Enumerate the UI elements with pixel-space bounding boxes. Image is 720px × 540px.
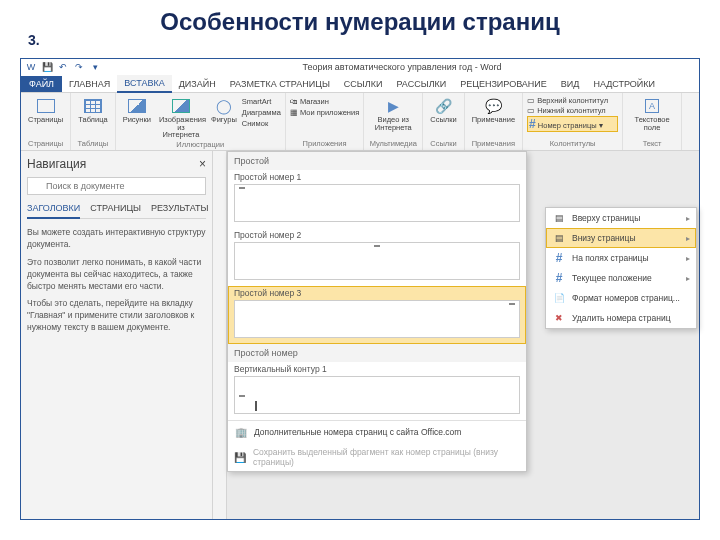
pm-margin[interactable]: # На полях страницы▸ [546, 248, 696, 268]
nav-search-input[interactable] [27, 177, 206, 195]
chart-button[interactable]: Диаграмма [242, 108, 281, 117]
nav-close-icon[interactable]: × [199, 157, 206, 171]
nav-tab-results[interactable]: РЕЗУЛЬТАТЫ [151, 203, 208, 218]
gallery-footer: 🏢 Дополнительные номера страниц с сайта … [228, 420, 526, 471]
tab-layout[interactable]: РАЗМЕТКА СТРАНИЦЫ [223, 76, 337, 92]
gallery-section-simple: Простой [228, 152, 526, 170]
nav-body: Вы можете создать интерактивную структур… [27, 227, 206, 334]
pictures-button[interactable]: Рисунки [120, 95, 154, 140]
footer-button[interactable]: ▭ Нижний колонтитул [527, 106, 618, 115]
group-header-footer: ▭ Верхний колонтитул ▭ Нижний колонтитул… [523, 93, 623, 150]
tab-home[interactable]: ГЛАВНАЯ [62, 76, 117, 92]
slide-title: Особенности нумерации страниц [0, 0, 720, 36]
textbox-button[interactable]: AТекстовое поле [627, 95, 677, 132]
slide-number: 3. [28, 32, 40, 48]
pm-format[interactable]: 📄 Формат номеров страниц... [546, 288, 696, 308]
ribbon-tabs: ФАЙЛ ГЛАВНАЯ ВСТАВКА ДИЗАЙН РАЗМЕТКА СТР… [21, 75, 699, 93]
nav-tab-headings[interactable]: ЗАГОЛОВКИ [27, 203, 80, 219]
undo-icon[interactable]: ↶ [57, 61, 69, 73]
navigation-pane: Навигация × 🔍 ЗАГОЛОВКИ СТРАНИЦЫ РЕЗУЛЬТ… [21, 151, 213, 519]
word-window: W 💾 ↶ ↷ ▾ Теория автоматического управле… [20, 58, 700, 520]
online-pictures-button[interactable]: Изображения из Интернета [156, 95, 206, 140]
word-icon: W [25, 61, 37, 73]
gallery-item-simple-2[interactable]: Простой номер 2 [228, 228, 526, 286]
screenshot-button[interactable]: Снимок [242, 119, 281, 128]
nav-title: Навигация × [27, 157, 206, 171]
group-comments: 💬Примечание Примечания [465, 93, 523, 150]
quick-access-toolbar: W 💾 ↶ ↷ ▾ [21, 61, 105, 73]
save-selection-icon: 💾 [234, 450, 247, 464]
page-number-menu: ▤ Вверху страницы▸ ▤ Внизу страницы▸ # Н… [545, 207, 697, 329]
tab-mailings[interactable]: РАССЫЛКИ [389, 76, 453, 92]
shapes-button[interactable]: ◯Фигуры [208, 95, 240, 140]
page-number-gallery: Простой Простой номер 1 Простой номер 2 … [227, 151, 527, 472]
pm-top[interactable]: ▤ Вверху страницы▸ [546, 208, 696, 228]
comment-button[interactable]: 💬Примечание [469, 95, 518, 125]
gallery-section-simple-num: Простой номер [228, 344, 526, 362]
tab-view[interactable]: ВИД [554, 76, 587, 92]
page-current-icon: # [552, 271, 566, 285]
file-tab[interactable]: ФАЙЛ [21, 76, 62, 92]
gallery-item-vertical-1[interactable]: Вертикальный контур 1 [228, 362, 526, 420]
group-illustrations: Рисунки Изображения из Интернета ◯Фигуры… [116, 93, 286, 150]
tab-insert[interactable]: ВСТАВКА [117, 75, 171, 93]
gallery-more-office[interactable]: 🏢 Дополнительные номера страниц с сайта … [228, 421, 526, 443]
pm-bottom[interactable]: ▤ Внизу страницы▸ [546, 228, 696, 248]
page-top-icon: ▤ [552, 211, 566, 225]
group-pages: Страницы Страницы [21, 93, 71, 150]
save-icon[interactable]: 💾 [41, 61, 53, 73]
header-button[interactable]: ▭ Верхний колонтитул [527, 96, 618, 105]
group-media: ▶Видео из Интернета Мультимедиа [364, 93, 423, 150]
smartart-button[interactable]: SmartArt [242, 97, 281, 106]
tab-references[interactable]: ССЫЛКИ [337, 76, 390, 92]
tab-addins[interactable]: НАДСТРОЙКИ [586, 76, 662, 92]
gallery-item-simple-1[interactable]: Простой номер 1 [228, 170, 526, 228]
group-apps: 🛍 Магазин ▦ Мои приложения Приложения [286, 93, 364, 150]
nav-tabs: ЗАГОЛОВКИ СТРАНИЦЫ РЕЗУЛЬТАТЫ [27, 203, 206, 219]
gallery-item-simple-3[interactable]: Простой номер 3 [228, 286, 526, 344]
group-text: AТекстовое поле Текст [623, 93, 682, 150]
tab-review[interactable]: РЕЦЕНЗИРОВАНИЕ [453, 76, 554, 92]
page-bottom-icon: ▤ [552, 231, 566, 245]
myapps-button[interactable]: ▦ Мои приложения [290, 108, 359, 117]
page-format-icon: 📄 [552, 291, 566, 305]
group-links: 🔗Ссылки Ссылки [423, 93, 464, 150]
links-button[interactable]: 🔗Ссылки [427, 95, 459, 125]
page-margin-icon: # [552, 251, 566, 265]
pm-current[interactable]: # Текущее положение▸ [546, 268, 696, 288]
office-icon: 🏢 [234, 425, 248, 439]
page-remove-icon: ✖ [552, 311, 566, 325]
ribbon: Страницы Страницы Таблица Таблицы Рисунк… [21, 93, 699, 151]
page-number-button[interactable]: # Номер страницы ▾ [527, 116, 618, 132]
nav-tab-pages[interactable]: СТРАНИЦЫ [90, 203, 141, 218]
group-tables: Таблица Таблицы [71, 93, 115, 150]
table-button[interactable]: Таблица [75, 95, 110, 125]
redo-icon[interactable]: ↷ [73, 61, 85, 73]
title-bar: W 💾 ↶ ↷ ▾ Теория автоматического управле… [21, 59, 699, 75]
pages-button[interactable]: Страницы [25, 95, 66, 125]
pm-remove[interactable]: ✖ Удалить номера страниц [546, 308, 696, 328]
qat-expand-icon[interactable]: ▾ [89, 61, 101, 73]
document-title: Теория автоматического управления год - … [105, 62, 699, 72]
tab-design[interactable]: ДИЗАЙН [172, 76, 223, 92]
video-button[interactable]: ▶Видео из Интернета [368, 95, 418, 132]
vertical-ruler [213, 151, 227, 519]
store-button[interactable]: 🛍 Магазин [290, 97, 359, 106]
gallery-save-selection: 💾 Сохранить выделенный фрагмент как номе… [228, 443, 526, 471]
